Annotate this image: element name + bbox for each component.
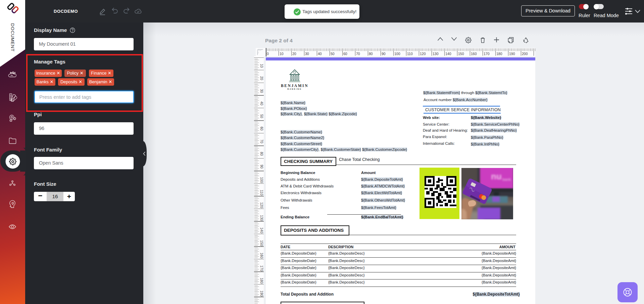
svg-text:nu: nu bbox=[491, 171, 502, 181]
svg-text:H: H bbox=[14, 118, 15, 120]
svg-text:bank: bank bbox=[502, 177, 511, 181]
svg-text:H: H bbox=[10, 120, 12, 122]
